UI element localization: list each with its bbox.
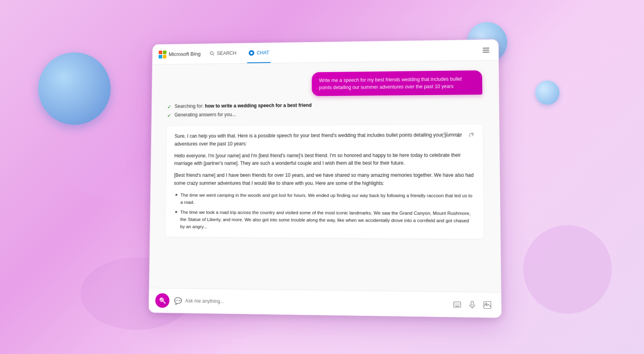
chat-area: Write me a speech for my best friends we… xyxy=(149,60,501,292)
bullet-dot-2 xyxy=(175,211,177,213)
search-icon xyxy=(210,51,215,56)
ai-response: Sure, I can help you with that. Here is … xyxy=(165,124,484,239)
ai-response-actions xyxy=(441,130,476,139)
status-text-generating: Generating answers for you... xyxy=(174,112,236,118)
download-icon xyxy=(455,132,461,137)
chat-input[interactable] xyxy=(185,298,447,307)
image-search-icon xyxy=(483,301,491,308)
svg-rect-3 xyxy=(163,54,167,58)
input-field-wrap: 💬 xyxy=(174,297,447,308)
chat-dot-icon xyxy=(249,50,254,56)
searching-plain: Searching for: xyxy=(175,103,205,109)
input-right-icons xyxy=(452,299,494,310)
menu-button[interactable] xyxy=(480,44,492,55)
user-message-text: Write me a speech for my best friends we… xyxy=(319,76,462,90)
main-content: Write me a speech for my best friends we… xyxy=(149,60,502,318)
copy-button[interactable] xyxy=(441,130,450,139)
svg-rect-19 xyxy=(471,301,473,305)
status-line-searching: ✓ Searching for: how to write a wedding … xyxy=(167,101,482,110)
microsoft-logo-icon xyxy=(159,50,166,58)
input-area: 💬 xyxy=(149,288,502,317)
download-button[interactable] xyxy=(454,130,463,139)
copy-icon xyxy=(442,132,448,137)
keyboard-icon xyxy=(453,301,461,307)
image-search-button[interactable] xyxy=(482,299,493,310)
svg-point-22 xyxy=(485,302,487,304)
bullet-list: The time we went camping in the woods an… xyxy=(173,191,475,232)
svg-rect-0 xyxy=(159,50,162,54)
check-icon-1: ✓ xyxy=(167,104,171,110)
bg-sphere-blue-small xyxy=(535,81,559,105)
check-icon-2: ✓ xyxy=(167,112,171,118)
searching-bold: how to write a wedding speech for a best… xyxy=(205,102,312,109)
svg-rect-1 xyxy=(163,50,167,54)
hamburger-icon xyxy=(483,47,489,52)
microphone-icon xyxy=(469,301,475,308)
share-icon xyxy=(469,132,475,137)
share-button[interactable] xyxy=(467,130,476,139)
browser-window: Microsoft Bing SEARCH CHAT xyxy=(149,39,502,318)
svg-rect-6 xyxy=(443,133,446,137)
microphone-button[interactable] xyxy=(467,299,478,310)
status-text-searching: Searching for: how to write a wedding sp… xyxy=(175,102,312,109)
status-lines: ✓ Searching for: how to write a wedding … xyxy=(167,101,483,118)
bing-logo: Microsoft Bing xyxy=(159,50,200,58)
bing-logo-text: Microsoft Bing xyxy=(169,51,200,57)
bg-sphere-blue-large xyxy=(38,52,111,125)
svg-point-4 xyxy=(211,51,214,54)
svg-rect-21 xyxy=(484,301,491,308)
svg-line-5 xyxy=(213,54,214,55)
status-line-generating: ✓ Generating answers for you... xyxy=(167,110,483,118)
bullet-text-2: The time we took a road trip across the … xyxy=(180,208,475,232)
bullet-text-1: The time we went camping in the woods an… xyxy=(180,191,475,207)
ai-paragraph-1: Hello everyone, I'm [your name] and I'm … xyxy=(174,151,475,168)
tab-search[interactable]: SEARCH xyxy=(208,43,238,64)
input-bubble-icon: 💬 xyxy=(174,297,182,304)
tab-chat-label: CHAT xyxy=(257,50,269,55)
ai-paragraph-2: [Best friend's name] and I have been fri… xyxy=(174,171,475,187)
bullet-item-1: The time we went camping in the woods an… xyxy=(175,191,475,207)
keyboard-button[interactable] xyxy=(452,299,462,310)
bg-blob-pink-right xyxy=(523,225,612,314)
tab-search-label: SEARCH xyxy=(217,50,237,56)
bullet-dot-1 xyxy=(175,194,178,196)
nav-tabs: SEARCH CHAT xyxy=(208,43,271,64)
tab-chat[interactable]: CHAT xyxy=(247,43,271,63)
ai-intro: Sure, I can help you with that. Here is … xyxy=(174,131,475,148)
bullet-item-2: The time we took a road trip across the … xyxy=(175,208,475,232)
bing-chat-button[interactable] xyxy=(155,293,170,308)
svg-rect-2 xyxy=(159,54,162,58)
user-message-bubble: Write me a speech for my best friends we… xyxy=(312,70,483,96)
